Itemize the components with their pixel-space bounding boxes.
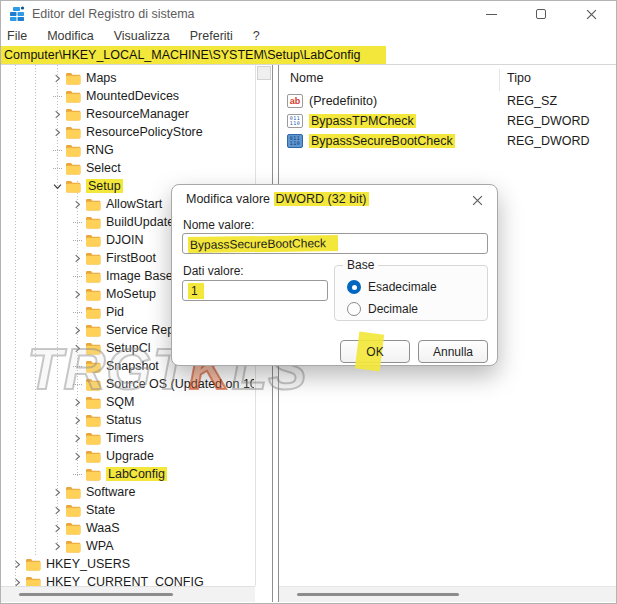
- collapse-arrow[interactable]: [49, 177, 65, 195]
- scroll-up-button[interactable]: [257, 66, 271, 80]
- radio-decimale[interactable]: Decimale: [347, 302, 418, 316]
- folder-icon: [25, 558, 41, 571]
- tree-item-resourcepolicystore[interactable]: ResourcePolicyStore: [1, 123, 254, 141]
- tree-item-label: SetupCl: [106, 341, 150, 355]
- values-horizontal-scrollbar[interactable]: [279, 586, 616, 602]
- tree-item-software[interactable]: Software: [1, 483, 254, 501]
- tree-item-label: Maps: [86, 71, 117, 85]
- tree-item-maps[interactable]: Maps: [1, 69, 254, 87]
- folder-icon: [65, 126, 81, 139]
- folder-icon: [85, 342, 101, 355]
- maximize-button[interactable]: [516, 1, 566, 27]
- value-row-predefinito[interactable]: ab(Predefinito)REG_SZ: [279, 91, 616, 111]
- tree-item-source-os-updated-on-10-16[interactable]: Source OS (Updated on 10/16: [1, 375, 254, 393]
- menu-item-[interactable]: ?: [243, 29, 270, 43]
- expand-arrow[interactable]: [49, 105, 65, 123]
- expand-arrow[interactable]: [49, 519, 65, 537]
- tree-item-resourcemanager[interactable]: ResourceManager: [1, 105, 254, 123]
- chevron-right-icon: [73, 398, 82, 407]
- tree-item-state[interactable]: State: [1, 501, 254, 519]
- value-row-bypasstpmcheck[interactable]: 011110BypassTPMCheckREG_DWORD: [279, 111, 616, 131]
- tree-item-labconfig[interactable]: LabConfig: [1, 465, 254, 483]
- expand-arrow[interactable]: [49, 537, 65, 555]
- column-header-tipo[interactable]: Tipo: [507, 71, 531, 85]
- folder-icon: [85, 414, 101, 427]
- expand-arrow[interactable]: [69, 393, 85, 411]
- ok-button-label: OK: [366, 345, 383, 359]
- expand-arrow[interactable]: [69, 429, 85, 447]
- folder-icon: [85, 288, 101, 301]
- tree-item-label: Select: [86, 161, 121, 175]
- leaf-slot: [69, 375, 85, 393]
- dialog-close-button[interactable]: [469, 192, 485, 208]
- tree-horizontal-scrollbar[interactable]: [1, 586, 255, 602]
- tree-item-rng[interactable]: RNG: [1, 141, 254, 159]
- chevron-right-icon: [53, 74, 62, 83]
- address-path: Computer\HKEY_LOCAL_MACHINE\SYSTEM\Setup…: [1, 46, 386, 64]
- expand-arrow[interactable]: [69, 285, 85, 303]
- value-name-field[interactable]: BypassSecureBootCheck: [182, 233, 488, 254]
- expand-arrow[interactable]: [49, 501, 65, 519]
- value-data-field[interactable]: 1: [182, 280, 328, 301]
- tree-item-label: WPA: [86, 539, 114, 553]
- column-header-nome[interactable]: Nome: [290, 71, 323, 85]
- leaf-stub: [73, 312, 82, 313]
- value-type: REG_SZ: [507, 94, 557, 108]
- tree-item-status[interactable]: Status: [1, 411, 254, 429]
- tree-item-label: WaaS: [86, 521, 120, 535]
- expand-arrow[interactable]: [69, 339, 85, 357]
- tree-item-label: LabConfig: [106, 467, 167, 481]
- ok-button[interactable]: OK: [340, 340, 410, 363]
- chevron-right-icon: [53, 524, 62, 533]
- reg-dword-icon: 011110: [287, 114, 303, 128]
- menu-item-file[interactable]: File: [1, 29, 37, 43]
- dialog-title: Modifica valore DWORD (32 bit): [186, 192, 369, 206]
- cancel-button[interactable]: Annulla: [418, 340, 488, 363]
- folder-icon: [85, 252, 101, 265]
- expand-arrow[interactable]: [49, 123, 65, 141]
- column-separator[interactable]: [499, 69, 500, 91]
- expand-arrow[interactable]: [69, 195, 85, 213]
- menu-item-visualizza[interactable]: Visualizza: [104, 29, 180, 43]
- expand-arrow[interactable]: [9, 573, 25, 586]
- tree-item-waas[interactable]: WaaS: [1, 519, 254, 537]
- tree-item-upgrade[interactable]: Upgrade: [1, 447, 254, 465]
- tree-item-label: SQM: [106, 395, 134, 409]
- tree-item-label: HKEY_CURRENT_CONFIG: [46, 575, 204, 586]
- tree-item-select[interactable]: Select: [1, 159, 254, 177]
- leaf-slot: [49, 87, 65, 105]
- tree-item-sqm[interactable]: SQM: [1, 393, 254, 411]
- address-bar[interactable]: Computer\HKEY_LOCAL_MACHINE\SYSTEM\Setup…: [1, 45, 616, 65]
- leaf-stub: [73, 240, 82, 241]
- leaf-stub: [73, 474, 82, 475]
- menu-item-preferiti[interactable]: Preferiti: [180, 29, 243, 43]
- tree-item-mounteddevices[interactable]: MountedDevices: [1, 87, 254, 105]
- expand-arrow[interactable]: [69, 411, 85, 429]
- tree-item-hkey-users[interactable]: HKEY_USERS: [1, 555, 254, 573]
- dialog-title-prefix: Modifica valore: [186, 192, 274, 206]
- tree-item-wpa[interactable]: WPA: [1, 537, 254, 555]
- close-button[interactable]: [566, 1, 616, 27]
- value-row-bypasssecurebootcheck[interactable]: 011110BypassSecureBootCheckREG_DWORD: [279, 131, 616, 151]
- minimize-button[interactable]: [466, 1, 516, 27]
- expand-arrow[interactable]: [49, 69, 65, 87]
- expand-arrow[interactable]: [69, 249, 85, 267]
- expand-arrow[interactable]: [49, 483, 65, 501]
- expand-arrow[interactable]: [69, 447, 85, 465]
- scrollbar-thumb[interactable]: [297, 593, 459, 596]
- folder-icon: [85, 432, 101, 445]
- scrollbar-thumb[interactable]: [19, 593, 173, 596]
- tree-item-timers[interactable]: Timers: [1, 429, 254, 447]
- tree-item-hkey-current-config[interactable]: HKEY_CURRENT_CONFIG: [1, 573, 254, 586]
- expand-arrow[interactable]: [69, 321, 85, 339]
- radio-label: Esadecimale: [368, 280, 437, 294]
- folder-icon: [65, 540, 81, 553]
- tree-item-label: MountedDevices: [86, 89, 179, 103]
- value-name: BypassSecureBootCheck: [309, 134, 455, 148]
- menu-item-modifica[interactable]: Modifica: [37, 29, 104, 43]
- expand-arrow[interactable]: [9, 555, 25, 573]
- leaf-stub: [53, 150, 62, 151]
- chevron-right-icon: [53, 488, 62, 497]
- radio-button-icon: [347, 280, 361, 294]
- radio-esadecimale[interactable]: Esadecimale: [347, 280, 437, 294]
